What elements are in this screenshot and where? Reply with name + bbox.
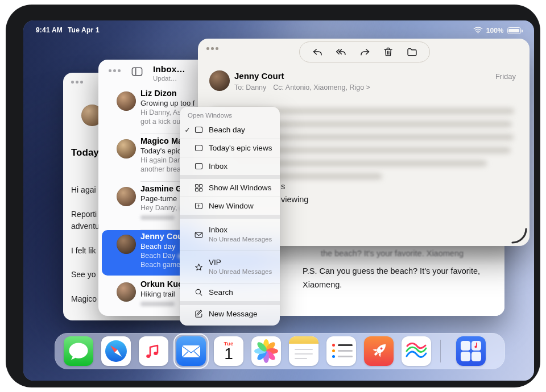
folder-icon[interactable] <box>406 46 418 58</box>
sender-name: Jasmine G <box>140 184 182 193</box>
menu-header: Open Windows <box>180 107 280 121</box>
menu-item-label: VIP <box>209 258 272 266</box>
group-divider <box>180 175 280 179</box>
status-date: Tue Apr 1 <box>68 26 100 34</box>
message-body-line: Reporti <box>71 210 97 219</box>
menu-item-label: Inbox <box>209 226 272 234</box>
app-rocket[interactable] <box>364 336 394 366</box>
sender-name: Orkun Kuç <box>140 280 183 289</box>
mailbox-status: Updat… <box>153 75 177 82</box>
ipad-device: 9:41 AM Tue Apr 1 100% Today H <box>0 0 546 392</box>
subject: Today's epic <box>140 147 181 155</box>
device-bezel: 9:41 AM Tue Apr 1 100% Today H <box>6 5 540 387</box>
message-body-line: See yo <box>71 270 96 279</box>
message-fragment: s <box>281 182 285 191</box>
subject: Growing up too f <box>140 99 195 107</box>
menu-item-new-message[interactable]: New Message <box>180 305 280 323</box>
avatar <box>209 70 230 91</box>
window-icon <box>192 125 205 135</box>
app-calendar[interactable]: Tue 1 <box>214 336 243 366</box>
preview-line <box>140 213 175 221</box>
forward-icon[interactable] <box>359 46 371 58</box>
resize-handle-icon[interactable] <box>510 226 529 248</box>
grid-icon <box>192 183 205 193</box>
menu-item-label: New Message <box>209 310 258 318</box>
menu-item-new-window[interactable]: New Window <box>180 197 280 215</box>
avatar <box>117 139 136 159</box>
menu-item-label: Inbox <box>209 162 228 170</box>
sender-name: Liz Dizon <box>140 89 177 98</box>
message-line: P.S. Can you guess the beach? It's your … <box>303 266 480 276</box>
app-messages[interactable] <box>64 336 93 366</box>
mailbox-icon <box>192 230 205 240</box>
cc-label: Cc: Antonio, Xiaomeng, Rigo > <box>273 84 370 91</box>
window-controls-icon[interactable] <box>71 81 83 84</box>
sender-name: Jenny Court <box>234 71 284 81</box>
menu-item-label: New Window <box>209 202 254 210</box>
avatar <box>117 235 136 254</box>
wifi-icon <box>473 26 483 35</box>
message-date: Friday <box>495 72 516 81</box>
menu-item-label: Today's epic views <box>209 144 272 152</box>
reply-all-icon[interactable] <box>335 46 347 58</box>
trash-icon[interactable] <box>382 46 394 58</box>
battery-percent: 100% <box>486 27 504 35</box>
status-time: 9:41 AM <box>36 26 63 34</box>
menu-item-subtitle: No Unread Messages <box>209 235 272 243</box>
menu-item-inbox-window[interactable]: Inbox <box>180 157 280 175</box>
blurred-text <box>140 302 175 306</box>
dock: Tue 1 <box>55 333 505 369</box>
sender-name: Magico Ma <box>140 136 183 145</box>
app-library[interactable] <box>456 336 486 366</box>
menu-item-vip[interactable]: VIP No Unread Messages <box>180 251 280 283</box>
message-fragment: viewing <box>281 195 308 204</box>
message-body-line: adventu <box>71 222 100 231</box>
calendar-day: 1 <box>214 345 243 363</box>
overlap-shadow <box>280 246 504 265</box>
menu-item-search[interactable]: Search <box>180 283 280 301</box>
app-reminders[interactable] <box>326 336 356 366</box>
new-window-icon <box>192 201 205 211</box>
app-photos[interactable] <box>251 336 281 366</box>
app-mail[interactable] <box>176 336 206 366</box>
star-icon <box>192 262 205 272</box>
music-note-icon <box>456 336 486 366</box>
app-safari[interactable] <box>101 336 131 366</box>
message-toolbar <box>299 41 430 62</box>
search-icon <box>192 287 205 297</box>
avatar <box>117 91 136 111</box>
battery-icon <box>507 27 521 34</box>
menu-item-beach-day[interactable]: ✓ Beach day <box>180 121 280 139</box>
subject: Beach day <box>140 242 175 251</box>
avatar <box>117 187 136 206</box>
notes-header-strip <box>289 336 318 344</box>
menu-item-label: Search <box>209 288 233 297</box>
status-bar-right: 100% <box>473 26 523 35</box>
preview-line <box>140 299 175 307</box>
screen: 9:41 AM Tue Apr 1 100% Today H <box>23 20 534 381</box>
status-bar-left: 9:41 AM Tue Apr 1 <box>36 26 100 34</box>
menu-item-label: Show All Windows <box>209 184 271 192</box>
recipients[interactable]: To: Danny Cc: Antonio, Xiaomeng, Rigo > <box>234 84 370 91</box>
window-controls-icon[interactable] <box>109 69 121 72</box>
reply-icon[interactable] <box>312 46 324 58</box>
window-icon <box>192 161 205 171</box>
menu-item-subtitle: No Unread Messages <box>209 268 272 276</box>
message-subject: Today <box>71 147 99 159</box>
message-body-line: Hi agai <box>71 185 96 194</box>
menu-item-inbox-mailbox[interactable]: Inbox No Unread Messages <box>180 219 280 251</box>
sidebar-toggle-icon[interactable] <box>130 66 144 80</box>
menu-item-show-all-windows[interactable]: Show All Windows <box>180 179 280 197</box>
menu-item-label: Beach day <box>209 126 245 134</box>
message-body-line: I felt lik <box>71 246 96 255</box>
to-label: To: Danny <box>234 84 266 91</box>
group-divider <box>180 215 280 219</box>
subject: Page-turne <box>140 194 177 203</box>
menu-item-todays-epic-views[interactable]: Today's epic views <box>180 139 280 157</box>
avatar <box>117 282 136 302</box>
window-icon <box>192 143 205 153</box>
app-notes[interactable] <box>289 336 318 366</box>
app-draw[interactable] <box>402 336 431 366</box>
app-music[interactable] <box>139 336 168 366</box>
message-line: Xiaomeng. <box>303 280 342 289</box>
